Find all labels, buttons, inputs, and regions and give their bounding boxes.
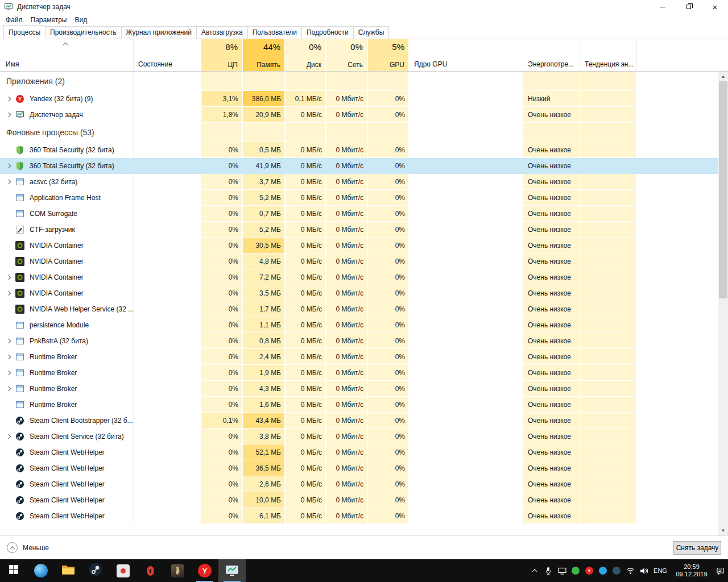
- process-row[interactable]: NVIDIA Container0%7,2 МБ0 МБ/с0 Мбит/с0%…: [0, 269, 718, 285]
- expand-chevron-icon[interactable]: [6, 164, 11, 168]
- expand-chevron-icon[interactable]: [6, 97, 11, 101]
- column-header-power-usage[interactable]: Энергопотре...: [523, 39, 580, 71]
- process-row[interactable]: Steam Client WebHelper0%2,6 МБ0 МБ/с0 Мб…: [0, 476, 718, 492]
- column-header-gpu[interactable]: 5%GPU: [368, 39, 410, 71]
- steam-tray-icon[interactable]: [610, 559, 623, 582]
- process-row[interactable]: NVIDIA Container0%30,5 МБ0 МБ/с0 Мбит/с0…: [0, 238, 718, 253]
- menu-file[interactable]: Файл: [2, 15, 27, 25]
- security-tray-icon[interactable]: [569, 559, 582, 582]
- process-row[interactable]: CTF-загрузчик0%5,2 МБ0 МБ/с0 Мбит/с0%Оче…: [0, 222, 718, 238]
- taskbar-app-task-manager[interactable]: [218, 559, 246, 582]
- expand-chevron-icon[interactable]: [6, 339, 11, 343]
- scroll-up-arrow-icon[interactable]: ▲: [718, 72, 728, 81]
- fewer-details-button[interactable]: Меньше: [7, 542, 49, 553]
- process-row[interactable]: persistence Module0%1,1 МБ0 МБ/с0 Мбит/с…: [0, 317, 718, 333]
- taskbar-app-yandex-browser[interactable]: [191, 559, 218, 582]
- process-row[interactable]: Steam Client WebHelper0%10,0 МБ0 МБ/с0 М…: [0, 492, 718, 508]
- tab-details[interactable]: Подробности: [301, 26, 354, 39]
- power-usage-cell: Очень низкое: [523, 476, 580, 492]
- process-row[interactable]: YYandex (32 бита) (9)3,1%386,0 МБ0,1 МБ/…: [0, 91, 718, 107]
- minimize-button[interactable]: [650, 0, 676, 14]
- restore-button[interactable]: [676, 0, 702, 14]
- taskbar-app-pinned[interactable]: [109, 559, 136, 582]
- language-indicator[interactable]: ENG: [651, 567, 670, 574]
- process-row[interactable]: PnkBstrA (32 бита)0%0,8 МБ0 МБ/с0 Мбит/с…: [0, 333, 718, 349]
- expand-chevron-icon[interactable]: [6, 434, 11, 439]
- network-tray-icon[interactable]: [623, 559, 637, 582]
- menu-view[interactable]: Вид: [71, 15, 91, 25]
- column-header-memory[interactable]: 44%Память: [243, 39, 286, 71]
- menu-options[interactable]: Параметры: [27, 15, 71, 25]
- taskbar-app-cortana[interactable]: [27, 559, 55, 582]
- process-name-cell: NVIDIA Container: [0, 285, 134, 301]
- process-row[interactable]: Steam Client Bootstrapper (32 б...0,1%43…: [0, 413, 718, 429]
- expand-chevron-icon[interactable]: [6, 371, 11, 375]
- expand-chevron-icon[interactable]: [6, 180, 11, 184]
- yandex-tray-icon[interactable]: [582, 559, 596, 582]
- expand-chevron-icon[interactable]: [6, 291, 11, 296]
- taskbar-app-steam[interactable]: [82, 559, 109, 582]
- mem-cell: 3,5 МБ: [243, 285, 286, 301]
- taskbar-app-file-explorer[interactable]: [55, 559, 82, 582]
- process-row[interactable]: Application Frame Host0%5,2 МБ0 МБ/с0 Мб…: [0, 190, 718, 206]
- start-button[interactable]: [0, 559, 27, 582]
- end-task-button[interactable]: Снять задачу: [673, 541, 721, 555]
- status-cell: [134, 123, 202, 142]
- expand-chevron-icon[interactable]: [6, 355, 11, 359]
- tab-startup[interactable]: Автозагрузка: [196, 26, 248, 39]
- tab-performance[interactable]: Производительность: [45, 26, 121, 39]
- process-row[interactable]: Runtime Broker0%1,6 МБ0 МБ/с0 Мбит/с0%Оч…: [0, 397, 718, 413]
- action-center-button[interactable]: [713, 559, 727, 582]
- process-name-cell: COM Surrogate: [0, 206, 134, 222]
- scroll-down-arrow-icon[interactable]: ▼: [718, 526, 728, 535]
- status-cell: [134, 460, 202, 476]
- status-cell: [134, 174, 202, 190]
- process-row[interactable]: NVIDIA Container0%4,8 МБ0 МБ/с0 Мбит/с0%…: [0, 253, 718, 269]
- expand-chevron-icon[interactable]: [6, 113, 11, 117]
- process-row[interactable]: 360 Total Security (32 бита)0%0,5 МБ0 МБ…: [0, 142, 718, 158]
- process-row[interactable]: Steam Client WebHelper0%36,5 МБ0 МБ/с0 М…: [0, 460, 718, 476]
- process-group-row[interactable]: Приложения (2): [0, 72, 718, 91]
- process-row[interactable]: NVIDIA Container0%3,5 МБ0 МБ/с0 Мбит/с0%…: [0, 285, 718, 301]
- expand-chevron-icon[interactable]: [6, 275, 11, 280]
- vertical-scrollbar[interactable]: ▲ ▼: [718, 72, 728, 535]
- column-header-cpu[interactable]: 8%ЦП: [202, 39, 243, 71]
- process-row[interactable]: Steam Client WebHelper0%52,1 МБ0 МБ/с0 М…: [0, 444, 718, 460]
- process-row[interactable]: Steam Client WebHelper0%6,1 МБ0 МБ/с0 Мб…: [0, 508, 718, 524]
- tab-processes[interactable]: Процессы: [3, 25, 46, 39]
- messenger-tray-icon[interactable]: [596, 559, 610, 582]
- tab-app-history[interactable]: Журнал приложений: [121, 26, 197, 39]
- process-row[interactable]: Runtime Broker0%4,3 МБ0 МБ/с0 Мбит/с0%Оч…: [0, 381, 718, 397]
- close-button[interactable]: ×: [702, 0, 728, 14]
- volume-tray-icon[interactable]: [637, 559, 651, 582]
- row-filler: [637, 91, 718, 107]
- process-row[interactable]: COM Surrogate0%0,7 МБ0 МБ/с0 Мбит/с0%Оче…: [0, 206, 718, 222]
- process-row[interactable]: Steam Client Service (32 бита)0%3,8 МБ0 …: [0, 429, 718, 444]
- microphone-tray-icon[interactable]: [541, 559, 555, 582]
- process-row[interactable]: 360 Total Security (32 бита)0%41,9 МБ0 М…: [0, 158, 718, 174]
- process-row[interactable]: NVIDIA Web Helper Service (32 ...0%1,7 М…: [0, 301, 718, 317]
- generic-icon: [15, 193, 24, 202]
- mem-cell: 1,9 МБ: [243, 365, 286, 381]
- process-row[interactable]: acsvc (32 бита)0%3,7 МБ0 МБ/с0 Мбит/с0%О…: [0, 174, 718, 190]
- hidden-icons-button[interactable]: [528, 559, 541, 582]
- shield-icon: [15, 161, 24, 171]
- process-row[interactable]: Диспетчер задач1,8%20,9 МБ0 МБ/с0 Мбит/с…: [0, 107, 718, 123]
- taskbar-app-opera[interactable]: [136, 559, 164, 582]
- tab-services[interactable]: Службы: [353, 26, 389, 39]
- taskbar-app-game[interactable]: [164, 559, 191, 582]
- expand-chevron-icon[interactable]: [6, 386, 11, 391]
- column-header-name[interactable]: Имя: [0, 39, 134, 71]
- process-row[interactable]: Runtime Broker0%2,4 МБ0 МБ/с0 Мбит/с0%Оч…: [0, 349, 718, 365]
- column-header-network[interactable]: 0%Сеть: [326, 39, 368, 71]
- column-header-power-trend[interactable]: Тенденция эн...: [580, 39, 637, 71]
- clock[interactable]: 20:59 09.12.2019: [670, 563, 713, 578]
- column-header-disk[interactable]: 0%Диск: [286, 39, 326, 71]
- process-group-row[interactable]: Фоновые процессы (53): [0, 123, 718, 142]
- process-row[interactable]: Runtime Broker0%1,9 МБ0 МБ/с0 Мбит/с0%Оч…: [0, 365, 718, 381]
- column-header-gpu-engine[interactable]: Ядро GPU: [410, 39, 523, 71]
- scrollbar-thumb[interactable]: [719, 81, 727, 298]
- display-tray-icon[interactable]: [555, 559, 569, 582]
- column-header-status[interactable]: Состояние: [134, 39, 202, 71]
- tab-users[interactable]: Пользователи: [247, 26, 302, 39]
